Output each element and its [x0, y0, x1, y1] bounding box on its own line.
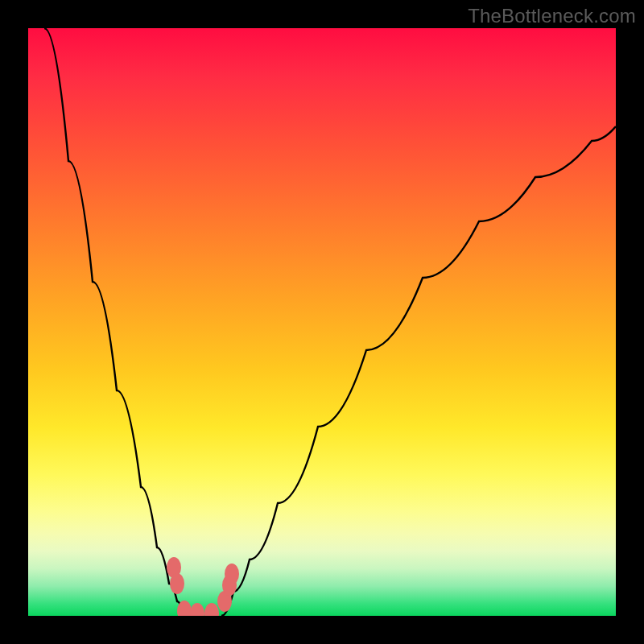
- plot-area: [28, 28, 616, 616]
- marker-p8: [225, 564, 239, 584]
- left-curve: [44, 28, 189, 616]
- chart-frame: TheBottleneck.com: [0, 0, 644, 644]
- curve-layer: [28, 28, 616, 616]
- right-curve: [221, 126, 616, 616]
- marker-p5: [204, 603, 219, 616]
- watermark-text: TheBottleneck.com: [468, 5, 636, 27]
- marker-group: [167, 557, 239, 616]
- marker-p2: [170, 573, 184, 594]
- marker-p4: [190, 603, 204, 616]
